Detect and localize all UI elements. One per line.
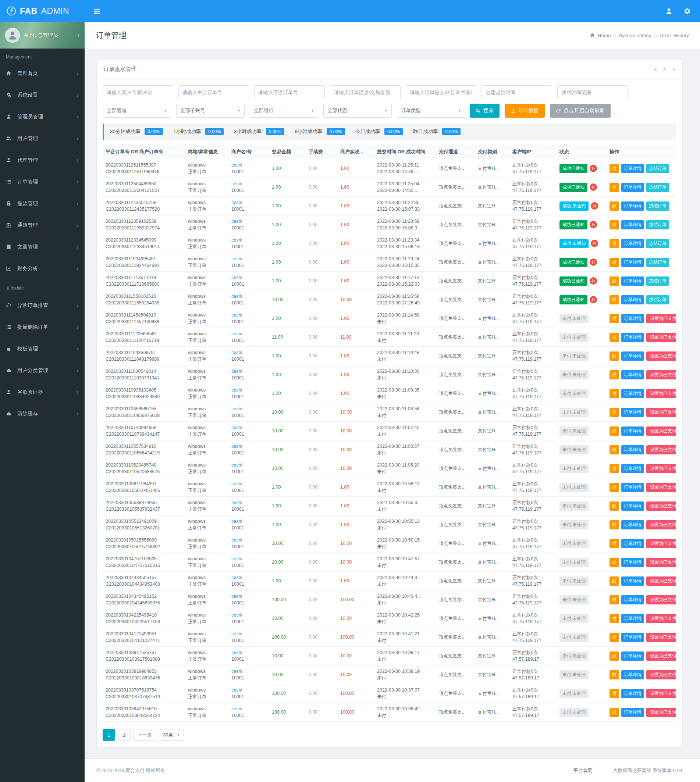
order-detail-button[interactable]: 订单详情	[621, 258, 644, 267]
page-button-1[interactable]: 1	[103, 729, 115, 741]
card-close-icon[interactable]: ×	[672, 67, 675, 72]
sidebar-item-system-settings[interactable]: 系统设置›	[0, 84, 85, 106]
merchant-name-link[interactable]: ceshi	[232, 669, 242, 674]
merchant-name-link[interactable]: ceshi	[232, 238, 242, 243]
repair-notify-button[interactable]: 补	[591, 202, 598, 210]
order-detail-button[interactable]: 订单详情	[621, 389, 644, 398]
merchant-name-link[interactable]: ceshi	[232, 163, 242, 168]
seal-button[interactable]: 封	[610, 708, 619, 717]
merchant-name-link[interactable]: ceshi	[232, 650, 242, 655]
order-detail-button[interactable]: 订单详情	[621, 276, 644, 286]
merchant-name-link[interactable]: ceshi	[232, 275, 242, 280]
order-detail-button[interactable]: 订单详情	[621, 201, 644, 211]
sidebar-item-user-category-management[interactable]: 用户分类管理›	[0, 359, 85, 381]
seal-button[interactable]: 封	[610, 483, 619, 492]
repair-notify-button[interactable]: 补	[590, 183, 597, 191]
sidebar-item-abnormal-order-check[interactable]: 异常订单排查›	[0, 294, 85, 316]
merchant-name-link[interactable]: ceshi	[232, 537, 242, 542]
set-paid-button[interactable]: 设置为已支付	[646, 558, 676, 567]
order-detail-button[interactable]: 订单详情	[621, 445, 644, 454]
merchant-name-link[interactable]: ceshi	[232, 219, 242, 224]
seal-button[interactable]: 封	[610, 276, 619, 286]
seal-button[interactable]: 封	[610, 689, 619, 698]
seal-button[interactable]: 封	[610, 351, 619, 361]
merchant-name-link[interactable]: ceshi	[232, 313, 242, 318]
repair-notify-button[interactable]: 补	[590, 277, 597, 285]
set-paid-button[interactable]: 设置为已支付	[646, 445, 676, 454]
breadcrumb-item[interactable]: Home	[597, 33, 611, 38]
order-detail-button[interactable]: 订单详情	[621, 576, 644, 586]
status-select[interactable]: 全部状态▼	[323, 104, 392, 118]
freeze-order-button[interactable]: 冻结订单	[646, 201, 669, 211]
merchant-name-link[interactable]: ceshi	[232, 706, 242, 711]
order-detail-button[interactable]: 订单详情	[621, 239, 644, 248]
success-time-range-input[interactable]	[557, 85, 628, 99]
sidebar-item-admin-management[interactable]: 管理员管理›	[0, 106, 85, 128]
seal-button[interactable]: 封	[610, 633, 619, 642]
repair-notify-button[interactable]: 补	[590, 296, 597, 303]
export-data-button[interactable]: 导出数据	[505, 104, 545, 118]
freeze-order-button[interactable]: 冻结订单	[646, 276, 669, 286]
merchant-name-link[interactable]: ceshi	[232, 388, 242, 393]
merchant-name-link[interactable]: ceshi	[232, 294, 242, 299]
menu-toggle-icon[interactable]	[93, 8, 100, 15]
freeze-order-button[interactable]: 冻结订单	[646, 164, 669, 173]
channel-select[interactable]: 全部通道▼	[103, 104, 171, 118]
seal-button[interactable]: 封	[610, 201, 619, 211]
set-paid-button[interactable]: 设置为已支付	[646, 633, 676, 642]
sidebar-item-agent-management[interactable]: 代理管理›	[0, 149, 85, 171]
sidebar-item-clear-cache[interactable]: 清除缓存›	[0, 403, 85, 424]
merchant-name-link[interactable]: ceshi	[232, 425, 242, 430]
merchant-name-link[interactable]: ceshi	[232, 331, 242, 336]
order-detail-button[interactable]: 订单详情	[621, 708, 644, 717]
freeze-order-button[interactable]: 冻结订单	[646, 258, 669, 267]
set-paid-button[interactable]: 设置为已支付	[646, 464, 676, 473]
order-detail-button[interactable]: 订单详情	[621, 370, 644, 379]
bank-select[interactable]: 全部银行▼	[250, 104, 318, 118]
seal-button[interactable]: 封	[610, 558, 619, 567]
sidebar-item-dashboard[interactable]: 管理首页›	[0, 63, 85, 84]
seal-button[interactable]: 封	[610, 314, 619, 323]
order-detail-button[interactable]: 订单详情	[621, 689, 644, 698]
merchant-name-link[interactable]: ceshi	[232, 631, 242, 636]
order-detail-button[interactable]: 订单详情	[621, 633, 644, 642]
set-paid-button[interactable]: 设置为已支付	[646, 689, 676, 698]
set-paid-button[interactable]: 设置为已支付	[646, 370, 676, 379]
create-start-time-input[interactable]	[482, 85, 552, 99]
seal-button[interactable]: 封	[610, 501, 619, 511]
merchant-name-link[interactable]: ceshi	[232, 350, 242, 355]
merchant-search-input[interactable]	[103, 85, 173, 99]
order-detail-button[interactable]: 订单详情	[621, 483, 644, 492]
order-detail-button[interactable]: 订单详情	[621, 426, 644, 436]
seal-button[interactable]: 封	[610, 614, 619, 623]
merchant-name-link[interactable]: ceshi	[232, 444, 242, 449]
merchant-name-link[interactable]: ceshi	[232, 500, 242, 505]
freeze-order-button[interactable]: 冻结订单	[646, 220, 669, 230]
merchant-name-link[interactable]: ceshi	[232, 463, 242, 468]
seal-button[interactable]: 封	[610, 426, 619, 436]
order-detail-button[interactable]: 订单详情	[621, 501, 644, 511]
seal-button[interactable]: 封	[610, 652, 619, 661]
seal-button[interactable]: 封	[610, 595, 619, 604]
sidebar-item-template-management[interactable]: 模板管理›	[0, 338, 85, 359]
orders-table-scroll-area[interactable]: 平台订单号 OR 商户订单号终端/异常信息商户名/号交易金额手续费商户实收...…	[103, 145, 676, 722]
repair-notify-button[interactable]: 补	[590, 165, 597, 172]
merchant-name-link[interactable]: ceshi	[232, 406, 242, 411]
seal-button[interactable]: 封	[610, 539, 619, 548]
merchant-name-link[interactable]: ceshi	[232, 612, 242, 618]
seal-button[interactable]: 封	[610, 670, 619, 679]
order-detail-button[interactable]: 订单详情	[621, 614, 644, 623]
sidebar-item-channel-management[interactable]: 通道管理›	[0, 215, 85, 236]
sidebar-item-article-management[interactable]: 文章管理›	[0, 236, 85, 258]
order-detail-button[interactable]: 订单详情	[621, 520, 644, 529]
brand[interactable]: FAB ADMIN	[0, 0, 85, 22]
set-paid-button[interactable]: 设置为已支付	[646, 314, 676, 323]
seal-button[interactable]: 封	[610, 389, 619, 398]
order-type-select[interactable]: 订单类型▼	[397, 104, 465, 118]
repair-notify-button[interactable]: 补	[590, 221, 597, 228]
sub-account-select[interactable]: 全部子账号▼	[176, 104, 245, 118]
merchant-name-link[interactable]: ceshi	[232, 369, 242, 374]
set-paid-button[interactable]: 设置为已支付	[646, 520, 676, 529]
auto-refresh-button[interactable]: 点击开启自动刷新	[550, 104, 611, 118]
set-paid-button[interactable]: 设置为已支付	[646, 389, 676, 398]
